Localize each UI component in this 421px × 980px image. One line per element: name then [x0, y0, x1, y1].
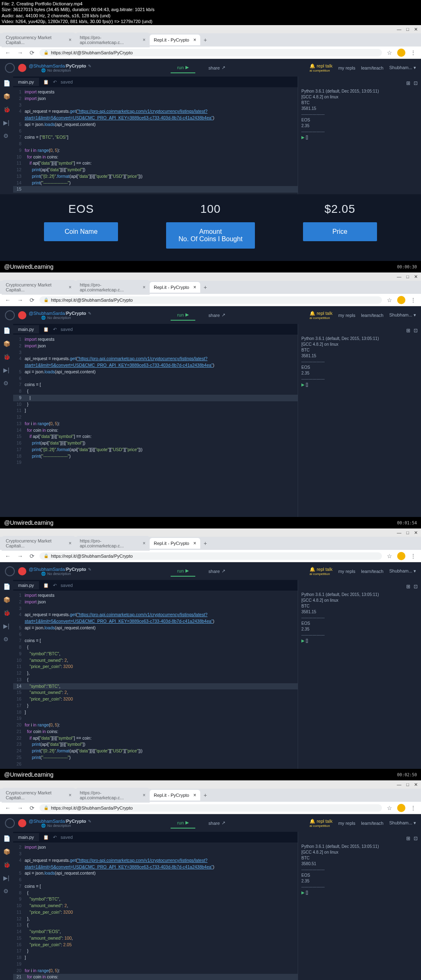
replit-logo-icon[interactable]	[5, 63, 15, 73]
files-icon[interactable]: 📄	[3, 327, 10, 334]
debug-icon[interactable]: 🐞	[3, 610, 10, 616]
window-minimize[interactable]: —	[397, 530, 401, 535]
window-minimize[interactable]: —	[397, 782, 401, 787]
console-settings-icon[interactable]: ⊞	[406, 835, 410, 842]
amount-button[interactable]: AmountNo. Of Coins I Bought	[166, 222, 255, 249]
close-icon[interactable]: ×	[193, 792, 196, 798]
url-input[interactable]: 🔒https://repl.it/@ShubhamSarda/PyCrypto	[39, 296, 382, 304]
browser-tab-3[interactable]: Repl.it - PyCrypto×	[150, 35, 200, 45]
run-icon[interactable]: ▶|	[3, 119, 10, 126]
star-icon[interactable]: ☆	[385, 804, 394, 812]
repl-talk-link[interactable]: 🔔 repl talk	[310, 63, 333, 68]
browser-tab-1[interactable]: Cryptocurrency Market Capitali...×	[2, 536, 76, 551]
my-repls-link[interactable]: my repls	[338, 569, 356, 574]
forward-button[interactable]: →	[16, 552, 25, 560]
edit-icon[interactable]: ✎	[88, 819, 91, 824]
console-expand-icon[interactable]: ⊡	[414, 583, 418, 590]
browser-tab-1[interactable]: Cryptocurrency Market Capitali...×	[2, 33, 76, 47]
user-avatar-icon[interactable]	[18, 567, 26, 575]
profile-avatar[interactable]	[397, 296, 405, 304]
replit-logo-icon[interactable]	[5, 310, 15, 320]
repo-path[interactable]: @ShubhamSarda/PyCrypto✎	[29, 819, 91, 824]
coin-name-button[interactable]: Coin Name	[44, 222, 118, 241]
username-dropdown[interactable]: Shubham... ▾	[389, 312, 416, 318]
menu-icon[interactable]: ⋮	[409, 804, 418, 812]
new-tab-button[interactable]: +	[200, 538, 210, 548]
run-icon[interactable]: ▶|	[3, 367, 10, 373]
files-icon[interactable]: 📄	[3, 80, 10, 86]
share-button[interactable]: share ↗	[204, 310, 230, 321]
window-close[interactable]: ✕	[414, 274, 418, 279]
close-icon[interactable]: ×	[143, 37, 146, 43]
close-icon[interactable]: ×	[143, 792, 146, 798]
url-input[interactable]: 🔒https://repl.it/@ShubhamSarda/PyCrypto	[39, 49, 382, 56]
run-button[interactable]: run ▶	[171, 310, 195, 321]
settings-icon[interactable]: ⚙	[3, 636, 10, 642]
user-avatar-icon[interactable]	[18, 311, 26, 319]
browser-tab-2[interactable]: https://pro-api.coinmarketcap.c...×	[76, 536, 150, 551]
reload-button[interactable]: ⟳	[28, 296, 36, 304]
close-icon[interactable]: ×	[69, 284, 72, 290]
window-minimize[interactable]: —	[397, 274, 401, 279]
share-button[interactable]: share ↗	[204, 62, 230, 73]
debug-icon[interactable]: 🐞	[3, 354, 10, 360]
back-button[interactable]: ←	[3, 296, 12, 304]
username-dropdown[interactable]: Shubham... ▾	[389, 568, 416, 574]
run-icon[interactable]: ▶|	[3, 875, 10, 881]
forward-button[interactable]: →	[16, 49, 25, 57]
close-icon[interactable]: ×	[193, 284, 196, 290]
star-icon[interactable]: ☆	[385, 552, 394, 560]
package-icon[interactable]: 📦	[3, 596, 10, 603]
console-settings-icon[interactable]: ⊞	[406, 327, 410, 334]
edit-icon[interactable]: ✎	[88, 311, 91, 316]
run-button[interactable]: run ▶	[171, 817, 195, 829]
undo-icon[interactable]: ↶	[53, 79, 57, 85]
back-button[interactable]: ←	[3, 804, 12, 812]
learn-link[interactable]: learn/teach	[361, 569, 383, 574]
package-icon[interactable]: 📦	[3, 848, 10, 855]
share-button[interactable]: share ↗	[204, 566, 230, 577]
code-editor[interactable]: 1import requests2import json34api_reques…	[13, 335, 298, 468]
my-repls-link[interactable]: my repls	[338, 821, 356, 826]
new-tab-button[interactable]: +	[200, 282, 210, 292]
close-icon[interactable]: ×	[193, 37, 196, 43]
repo-path[interactable]: @ShubhamSarda/PyCrypto✎	[29, 311, 91, 316]
code-editor[interactable]: 2import json34api_request = requests.get…	[13, 843, 298, 980]
files-icon[interactable]: 📄	[3, 583, 10, 590]
my-repls-link[interactable]: my repls	[338, 65, 356, 70]
window-maximize[interactable]: □	[406, 782, 409, 787]
forward-button[interactable]: →	[16, 296, 25, 304]
package-icon[interactable]: 📦	[3, 340, 10, 347]
console-settings-icon[interactable]: ⊞	[406, 583, 410, 590]
run-button[interactable]: run ▶	[171, 62, 195, 73]
run-icon[interactable]: ▶|	[3, 623, 10, 629]
undo-icon[interactable]: ↶	[53, 835, 57, 840]
repl-talk-link[interactable]: 🔔 repl talk	[310, 567, 333, 572]
star-icon[interactable]: ☆	[385, 296, 394, 304]
reload-button[interactable]: ⟳	[28, 552, 36, 560]
browser-tab-1[interactable]: Cryptocurrency Market Capitali...×	[2, 788, 76, 803]
reload-button[interactable]: ⟳	[28, 804, 36, 812]
undo-icon[interactable]: ↶	[53, 327, 57, 332]
profile-avatar[interactable]	[397, 804, 405, 812]
username-dropdown[interactable]: Shubham... ▾	[389, 65, 416, 70]
forward-button[interactable]: →	[16, 804, 25, 812]
editor-tab-main[interactable]: main.py	[13, 78, 39, 86]
close-icon[interactable]: ×	[69, 540, 72, 546]
menu-icon[interactable]: ⋮	[409, 49, 418, 57]
browser-tab-3[interactable]: Repl.it - PyCrypto×	[150, 790, 200, 801]
url-input[interactable]: 🔒https://repl.it/@ShubhamSarda/PyCrypto	[39, 804, 382, 812]
window-maximize[interactable]: □	[406, 274, 409, 279]
repl-talk-link[interactable]: 🔔 repl talk	[310, 311, 333, 316]
undo-icon[interactable]: ↶	[53, 583, 57, 588]
history-icon[interactable]: 📋	[43, 79, 49, 85]
repl-talk-link[interactable]: 🔔 repl talk	[310, 819, 333, 824]
window-maximize[interactable]: □	[406, 530, 409, 535]
window-minimize[interactable]: —	[397, 27, 401, 32]
browser-tab-1[interactable]: Cryptocurrency Market Capitali...×	[2, 280, 76, 295]
close-icon[interactable]: ×	[69, 792, 72, 798]
run-button[interactable]: run ▶	[171, 566, 195, 577]
repo-path[interactable]: @ShubhamSarda/PyCrypto✎	[29, 567, 91, 572]
reload-button[interactable]: ⟳	[28, 49, 36, 57]
new-tab-button[interactable]: +	[200, 790, 210, 800]
